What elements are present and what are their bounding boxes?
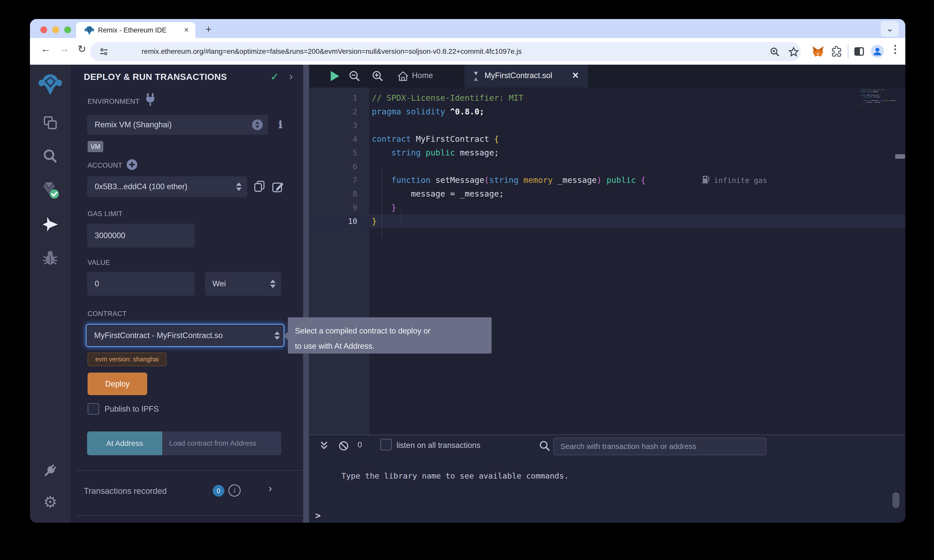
maximize-window-button[interactable] xyxy=(64,26,71,33)
code-line[interactable] xyxy=(372,160,646,173)
environment-select[interactable]: Remix VM (Shanghai) xyxy=(87,115,268,135)
line-number: 7 xyxy=(310,173,358,187)
listen-transactions-label: listen on all transactions xyxy=(396,441,481,450)
terminal-scrollbar-thumb[interactable] xyxy=(892,492,900,508)
search-icon[interactable] xyxy=(30,148,71,165)
evm-version-badge: evm version: shanghai xyxy=(88,352,166,366)
environment-info-icon[interactable]: ℹ xyxy=(275,120,286,130)
code-line xyxy=(860,92,895,94)
deploy-button[interactable]: Deploy xyxy=(88,372,147,395)
transactions-expand-chevron-icon[interactable]: › xyxy=(268,483,272,494)
side-panel-icon[interactable] xyxy=(853,45,865,58)
unit-select-arrows-icon xyxy=(270,280,276,288)
listen-transactions-checkbox[interactable] xyxy=(380,439,392,451)
new-tab-button[interactable]: + xyxy=(206,24,211,35)
code-line[interactable]: message = _message; xyxy=(372,187,646,201)
editor-area: Home MyFirstContract.sol ✕ 12345678910 xyxy=(310,65,905,434)
value-input[interactable] xyxy=(87,272,195,296)
terminal-search-input[interactable] xyxy=(553,437,766,455)
code-line[interactable]: contract MyFirstContract { xyxy=(372,132,646,146)
line-number: 2 xyxy=(310,105,358,118)
address-bar[interactable]: remix.ethereum.org/#lang=en&optimize=fal… xyxy=(90,42,801,62)
code-line[interactable]: function setMessage(string memory _messa… xyxy=(372,173,646,187)
close-window-button[interactable] xyxy=(40,26,47,33)
metamask-extension-icon[interactable] xyxy=(811,45,825,58)
code-region[interactable]: 12345678910 // SPDX-License-Identifier: … xyxy=(310,88,905,434)
transactions-info-icon[interactable]: i xyxy=(228,485,240,497)
contract-value: MyFirstContract - MyFirstContract.so xyxy=(94,331,223,340)
site-settings-icon[interactable] xyxy=(98,46,109,57)
check-icon: ✓ xyxy=(271,71,279,82)
profile-avatar[interactable] xyxy=(870,44,885,58)
line-number: 4 xyxy=(310,132,358,146)
zoom-out-icon[interactable] xyxy=(348,70,361,82)
edit-account-icon[interactable] xyxy=(271,180,285,193)
copy-account-icon[interactable] xyxy=(253,180,266,193)
gas-limit-label: GAS LIMIT xyxy=(88,210,123,218)
settings-gear-icon[interactable]: ⚙ xyxy=(30,493,71,511)
gas-limit-input[interactable] xyxy=(87,224,195,248)
at-address-button[interactable]: At Address xyxy=(87,431,162,455)
gas-annotation-text: infinite gas xyxy=(714,176,767,185)
editor-scrollbar-thumb[interactable] xyxy=(895,154,905,159)
tab-close-icon[interactable]: ✕ xyxy=(572,70,579,80)
add-account-icon[interactable] xyxy=(126,159,137,170)
terminal-prompt[interactable]: > xyxy=(315,510,321,521)
browser-tab[interactable]: Remix - Ethereum IDE × xyxy=(76,22,196,38)
forward-button[interactable]: → xyxy=(59,43,69,55)
panel-divider xyxy=(76,470,302,471)
clear-console-icon[interactable] xyxy=(338,440,349,451)
tab-search-button[interactable]: ⌄ xyxy=(881,21,899,37)
terminal-search-icon xyxy=(539,440,551,452)
minimize-window-button[interactable] xyxy=(52,26,59,33)
code-line: contract MyFirstContract { xyxy=(860,94,895,96)
extensions-puzzle-icon[interactable] xyxy=(830,45,843,58)
plugin-manager-icon[interactable] xyxy=(30,460,71,481)
solidity-compiler-icon[interactable] xyxy=(30,179,71,201)
debugger-icon[interactable] xyxy=(30,248,71,267)
minimap[interactable]: // SPDX-License-Identifier: MITpragma so… xyxy=(860,89,895,129)
home-icon xyxy=(397,70,409,82)
code-line[interactable]: } xyxy=(372,201,646,214)
zoom-page-icon[interactable] xyxy=(769,46,781,58)
at-address-input[interactable] xyxy=(162,431,281,455)
code-line[interactable]: string public message; xyxy=(372,146,646,160)
panel-expand-chevron-icon[interactable]: › xyxy=(289,71,293,82)
code-line: string public message; xyxy=(860,96,895,98)
code-line: } xyxy=(860,103,895,105)
code-line[interactable]: // SPDX-License-Identifier: MIT xyxy=(372,91,646,105)
deploy-run-icon[interactable] xyxy=(30,215,71,234)
zoom-in-icon[interactable] xyxy=(371,70,384,82)
toolbar-separator xyxy=(848,45,848,58)
file-explorer-icon[interactable] xyxy=(30,114,71,132)
contract-select[interactable]: MyFirstContract - MyFirstContract.so xyxy=(86,324,284,347)
transactions-recorded-label: Transactions recorded xyxy=(84,486,167,496)
url-text[interactable]: remix.ethereum.org/#lang=en&optimize=fal… xyxy=(142,48,522,55)
solidity-file-icon xyxy=(471,71,481,82)
tab-close-icon[interactable]: × xyxy=(184,25,189,34)
panel-resize-handle[interactable] xyxy=(303,65,310,523)
icon-sidebar: ⚙ xyxy=(30,65,71,523)
code-line[interactable] xyxy=(372,118,646,132)
code-line[interactable]: pragma solidity ^0.8.0; xyxy=(372,105,646,118)
back-button[interactable]: ← xyxy=(41,43,51,55)
value-unit-select[interactable]: Wei xyxy=(205,272,281,296)
publish-ipfs-checkbox[interactable] xyxy=(88,403,99,415)
reload-button[interactable]: ↻ xyxy=(78,43,86,55)
remix-logo-icon[interactable] xyxy=(30,74,71,96)
remix-favicon-icon xyxy=(84,25,94,35)
code-text[interactable]: // SPDX-License-Identifier: MITpragma so… xyxy=(372,91,646,228)
bookmark-star-icon[interactable] xyxy=(788,46,800,58)
contract-label: CONTRACT xyxy=(88,310,126,318)
tab-myfirstcontract[interactable]: MyFirstContract.sol ✕ xyxy=(464,65,589,88)
expand-terminal-icon[interactable] xyxy=(319,440,330,451)
account-select[interactable]: 0x5B3...eddC4 (100 ether) xyxy=(87,176,247,197)
run-script-icon[interactable] xyxy=(331,71,339,81)
code-line: } xyxy=(860,105,895,107)
panel-title: DEPLOY & RUN TRANSACTIONS xyxy=(84,72,227,82)
code-line[interactable]: } xyxy=(372,214,646,228)
line-number: 9 xyxy=(310,201,358,214)
line-number: 10 xyxy=(310,214,358,228)
browser-menu-icon[interactable]: ⋮ xyxy=(890,43,900,55)
code-line: // SPDX-License-Identifier: MIT xyxy=(860,89,895,91)
